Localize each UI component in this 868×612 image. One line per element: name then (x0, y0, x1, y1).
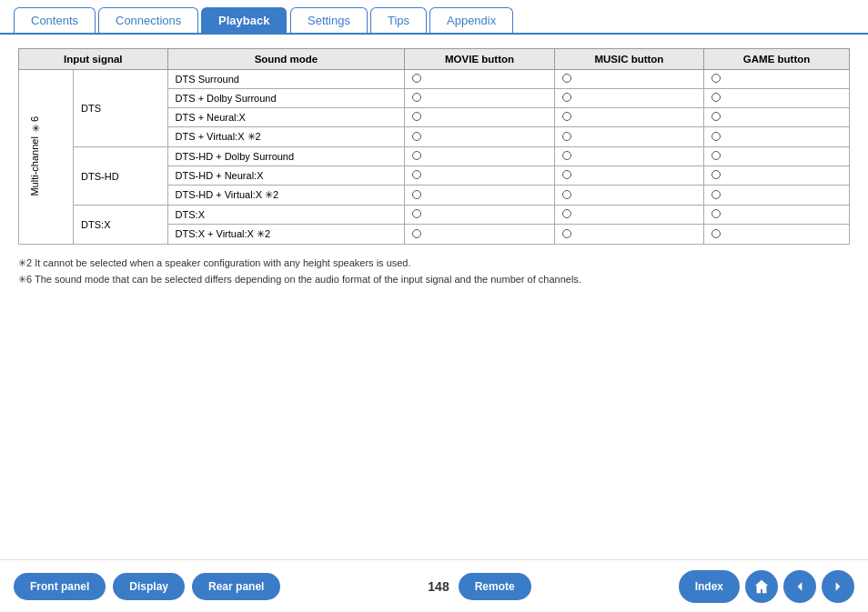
bottom-nav-center: 148 Remote (428, 573, 530, 600)
music-circle (554, 225, 703, 245)
nav-tabs: Contents Connections Playback Settings T… (0, 0, 868, 35)
sound-mode-cell: DTS-HD + Neural:X (167, 166, 405, 186)
music-circle (554, 127, 703, 147)
col-header-movie: MOVIE button (405, 49, 554, 70)
back-button[interactable] (783, 570, 816, 603)
music-circle (554, 108, 703, 127)
col-header-game: GAME button (704, 49, 850, 70)
sound-mode-cell: DTS:X (167, 206, 405, 225)
tab-tips[interactable]: Tips (370, 7, 427, 33)
music-circle (554, 70, 703, 89)
bottom-nav-left: Front panel Display Rear panel (14, 573, 280, 600)
movie-circle (405, 108, 554, 127)
tab-playback[interactable]: Playback (201, 7, 287, 33)
sound-mode-cell: DTS + Virtual:X ✳2 (167, 127, 405, 147)
game-circle (704, 166, 850, 186)
movie-circle (405, 206, 554, 225)
input-signal-1: DTS-HD (74, 147, 168, 206)
sound-mode-cell: DTS:X + Virtual:X ✳2 (167, 225, 405, 245)
input-signal-2: DTS:X (74, 206, 168, 245)
sound-mode-table: Input signal Sound mode MOVIE button MUS… (18, 48, 850, 245)
home-button[interactable] (745, 570, 778, 603)
game-circle (704, 89, 850, 108)
bottom-nav-right: Index (679, 570, 854, 603)
footnotes: ✳2 It cannot be selected when a speaker … (18, 256, 850, 287)
footnote-6: ✳6 The sound mode that can be selected d… (18, 272, 850, 288)
game-circle (704, 186, 850, 206)
game-circle (704, 206, 850, 225)
sound-mode-cell: DTS-HD + Virtual:X ✳2 (167, 186, 405, 206)
sound-mode-cell: DTS Surround (167, 70, 405, 89)
remote-button[interactable]: Remote (459, 573, 531, 600)
tab-connections[interactable]: Connections (98, 7, 198, 33)
movie-circle (405, 127, 554, 147)
movie-circle (405, 147, 554, 166)
col-header-input: Input signal (19, 49, 168, 70)
main-content: Input signal Sound mode MOVIE button MUS… (0, 35, 868, 360)
game-circle (704, 225, 850, 245)
index-button[interactable]: Index (679, 570, 740, 603)
movie-circle (405, 225, 554, 245)
game-circle (704, 70, 850, 89)
game-circle (704, 127, 850, 147)
sound-mode-cell: DTS-HD + Dolby Surround (167, 147, 405, 166)
movie-circle (405, 186, 554, 206)
tab-settings[interactable]: Settings (290, 7, 368, 33)
multichannel-label: Multi-channel ✳6 (19, 70, 74, 245)
front-panel-button[interactable]: Front panel (14, 573, 106, 600)
display-button[interactable]: Display (113, 573, 185, 600)
movie-circle (405, 166, 554, 186)
forward-button[interactable] (822, 570, 854, 603)
page-number: 148 (428, 579, 449, 594)
game-circle (704, 108, 850, 127)
movie-circle (405, 89, 554, 108)
music-circle (554, 166, 703, 186)
music-circle (554, 147, 703, 166)
tab-contents[interactable]: Contents (14, 7, 96, 33)
sound-mode-cell: DTS + Neural:X (167, 108, 405, 127)
footnote-2: ✳2 It cannot be selected when a speaker … (18, 256, 850, 272)
sound-mode-cell: DTS + Dolby Surround (167, 89, 405, 108)
game-circle (704, 147, 850, 166)
bottom-nav: Front panel Display Rear panel 148 Remot… (0, 559, 868, 612)
music-circle (554, 186, 703, 206)
tab-appendix[interactable]: Appendix (429, 7, 513, 33)
music-circle (554, 89, 703, 108)
rear-panel-button[interactable]: Rear panel (192, 573, 280, 600)
col-header-sound-mode: Sound mode (167, 49, 405, 70)
col-header-music: MUSIC button (554, 49, 703, 70)
movie-circle (405, 70, 554, 89)
music-circle (554, 206, 703, 225)
input-signal-0: DTS (74, 70, 168, 147)
